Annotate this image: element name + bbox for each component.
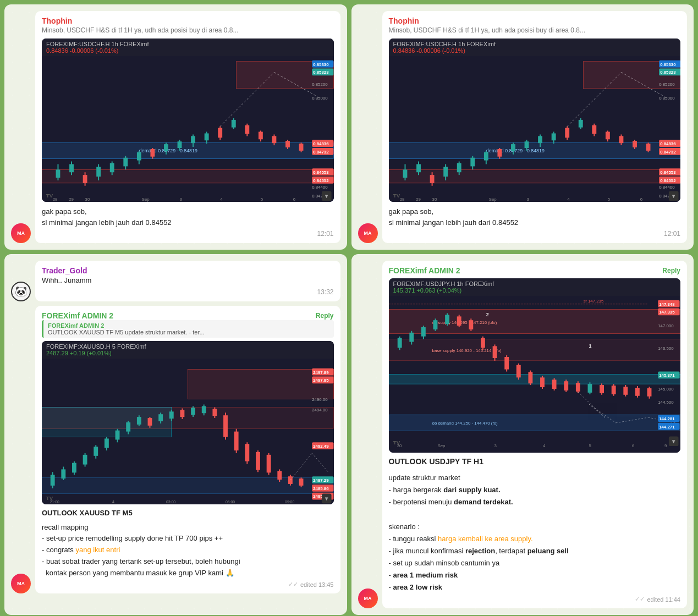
svg-rect-256: [564, 381, 568, 391]
body-admin2-left: recall mapping - set-up price remodellin…: [42, 522, 334, 579]
bubble-trader-gold: Trader_Gold Wihh.. Junamm 13:32: [35, 261, 340, 301]
svg-text:▼: ▼: [670, 438, 676, 444]
bubble-thophin-left: Thophin Minsob, USDCHF H&S di tf 1H ya, …: [35, 11, 340, 243]
svg-text:ob demand 144.250 - 144.470 (f: ob demand 144.250 - 144.470 (fo): [432, 421, 497, 426]
svg-rect-193: [299, 479, 304, 486]
svg-rect-108: [619, 136, 623, 143]
chart-change-left: -0.00006 (-0.01%): [70, 47, 119, 54]
svg-line-271: [578, 392, 604, 417]
svg-rect-80: [430, 175, 434, 183]
svg-rect-260: [587, 384, 592, 393]
svg-rect-15: [123, 158, 128, 167]
chart-header-usdjpy: FOREXIMF:USDJPY.H 1h FOREXimf 145.371 +0…: [389, 278, 681, 296]
svg-text:TV: TV: [46, 495, 53, 501]
sender-trader-gold: Trader_Gold: [42, 266, 334, 275]
svg-rect-155: [94, 447, 98, 456]
svg-rect-167: [158, 414, 163, 421]
message-row-admin2-right: MA FOREXimf ADMIN 2 Reply FOREXIMF:USDJP…: [358, 261, 688, 608]
reply-label-left[interactable]: Reply: [316, 312, 334, 320]
svg-rect-242: [481, 338, 485, 348]
svg-rect-177: [212, 409, 217, 416]
svg-rect-19: [150, 149, 155, 157]
svg-text:145.371: 145.371: [659, 373, 675, 378]
svg-rect-39: [285, 141, 290, 147]
svg-text:6: 6: [293, 197, 296, 202]
svg-text:4: 4: [542, 443, 545, 448]
message-content-thophin-right: Thophin Minsob, USDCHF H&S di tf 1H ya, …: [382, 11, 688, 243]
svg-text:144.500: 144.500: [658, 400, 674, 405]
svg-rect-31: [232, 120, 236, 128]
bottom-left-panel: 🐼 Trader_Gold Wihh.. Junamm 13:32 MA FOR…: [4, 254, 347, 615]
top-left-panel: MA Thophin Minsob, USDCHF H&S di tf 1H y…: [4, 4, 347, 250]
svg-text:5: 5: [589, 443, 591, 448]
svg-text:2492.49: 2492.49: [313, 444, 329, 449]
chart-usdchf-left: FOREXIMF:USDCHF.H 1h FOREXimf 0.84836 -0…: [42, 38, 334, 202]
svg-text:6: 6: [640, 197, 642, 202]
svg-rect-106: [605, 132, 609, 140]
reply-label-right[interactable]: Reply: [662, 267, 680, 274]
avatar-trader-gold: 🐼: [11, 282, 31, 301]
svg-rect-86: [470, 158, 475, 167]
chart-usdjpy: FOREXIMF:USDJPY.H 1h FOREXimf 145.371 +0…: [389, 278, 681, 453]
chart-header-right: FOREXIMF:USDCHF.H 1h FOREXimf 0.84836 -0…: [389, 38, 681, 56]
svg-rect-248: [516, 365, 520, 378]
svg-rect-142: [188, 369, 333, 399]
svg-rect-23: [178, 141, 182, 148]
svg-rect-159: [116, 430, 120, 439]
message-row-thophin-right: MA Thophin Minsob, USDCHF H&S di tf 1H y…: [358, 11, 688, 243]
svg-rect-33: [245, 125, 249, 134]
chart-pair-left: FOREXIMF:USDCHF.H: [46, 41, 110, 47]
chart-source-xauusd: FOREXimf: [117, 343, 146, 350]
svg-text:sf 147.235: sf 147.235: [583, 299, 603, 304]
svg-rect-17: [137, 152, 141, 161]
chart-source-right: FOREXimf: [466, 41, 496, 47]
svg-rect-94: [524, 141, 529, 148]
svg-rect-173: [191, 408, 195, 415]
svg-text:144.271: 144.271: [659, 425, 675, 430]
svg-text:146.500: 146.500: [658, 346, 674, 351]
svg-rect-90: [497, 149, 502, 157]
svg-rect-76: [403, 169, 407, 178]
svg-rect-236: [445, 315, 449, 324]
svg-text:Sep: Sep: [142, 197, 150, 202]
svg-rect-250: [528, 372, 532, 384]
svg-text:demand 0.84729 - 0.84819: demand 0.84729 - 0.84819: [486, 148, 544, 153]
svg-rect-230: [409, 333, 414, 342]
avatar-thophin-right: MA: [358, 223, 378, 243]
svg-rect-9: [83, 175, 87, 183]
sender-thophin-right: Thophin: [389, 16, 681, 25]
svg-rect-252: [540, 378, 545, 388]
chart-pair-usdjpy: FOREXIMF:USDJPY.H: [393, 280, 455, 287]
svg-rect-37: [272, 136, 277, 143]
svg-rect-27: [205, 133, 209, 140]
edited-admin2-left: ✓✓ edited 13:45: [42, 581, 334, 588]
svg-text:4: 4: [220, 197, 223, 202]
svg-text:0.85200: 0.85200: [659, 82, 675, 87]
svg-text:145.000: 145.000: [658, 387, 674, 392]
svg-text:2: 2: [486, 312, 488, 318]
svg-text:▼: ▼: [324, 193, 329, 199]
svg-rect-35: [259, 132, 263, 140]
chart-pair-xauusd: FOREXIMF:XAUUSD.H: [46, 343, 111, 350]
chart-header-xauusd: FOREXIMF:XAUUSD.H 5 FOREXimf 2487.29 +0.…: [42, 341, 334, 359]
chart-svg-usdjpy: ob supply 146.695 - 147.216 (ufo) 2 base…: [389, 296, 681, 453]
svg-rect-157: [105, 438, 109, 448]
svg-rect-169: [169, 411, 174, 419]
svg-text:28: 28: [399, 197, 404, 202]
svg-rect-240: [469, 320, 473, 329]
svg-text:0.85323: 0.85323: [313, 70, 329, 75]
svg-rect-232: [421, 327, 425, 337]
svg-text:30: 30: [85, 197, 90, 202]
svg-rect-254: [552, 380, 556, 389]
svg-text:147.348: 147.348: [659, 302, 675, 307]
message-row-trader-gold: 🐼 Trader_Gold Wihh.. Junamm 13:32: [11, 261, 340, 301]
svg-text:0.85200: 0.85200: [312, 82, 328, 87]
svg-rect-13: [110, 163, 114, 173]
svg-text:demand 0.84729 - 0.84819: demand 0.84729 - 0.84819: [139, 148, 197, 153]
reply-preview-left: OUTLOOK XAUUSD TF M5 update struktur mar…: [48, 329, 329, 336]
headline-xauusd: OUTLOOK XAUUSD TF M5: [42, 508, 334, 519]
svg-rect-163: [137, 417, 141, 425]
svg-rect-171: [180, 410, 184, 417]
svg-rect-96: [538, 136, 542, 143]
svg-rect-161: [126, 422, 130, 432]
